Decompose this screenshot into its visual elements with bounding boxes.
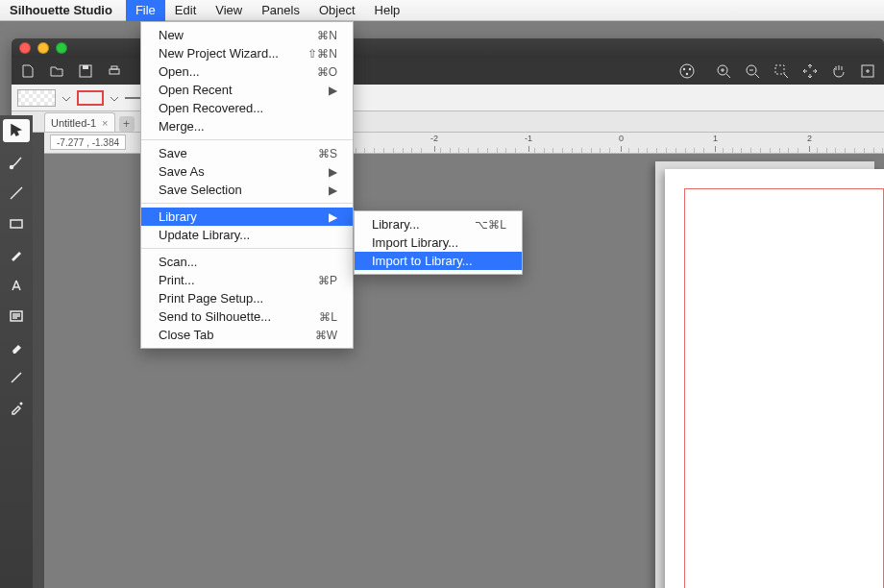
menu-edit[interactable]: Edit — [165, 0, 206, 21]
submenu-item-import-library[interactable]: Import Library... — [355, 233, 522, 252]
svg-rect-13 — [11, 220, 22, 228]
menu-item-new-project-wizard[interactable]: New Project Wizard...⇧⌘N — [141, 44, 353, 62]
svg-point-5 — [683, 68, 685, 70]
notes-tool[interactable] — [5, 306, 28, 327]
tool-palette — [0, 115, 33, 588]
menu-separator — [141, 248, 353, 249]
palette-icon[interactable] — [678, 62, 696, 80]
svg-point-12 — [11, 166, 13, 169]
menu-view[interactable]: View — [206, 0, 252, 21]
close-icon[interactable] — [19, 42, 31, 54]
menu-item-open-recent[interactable]: Open Recent▶ — [141, 81, 353, 99]
menu-item-scan[interactable]: Scan... — [141, 253, 353, 271]
ruler-tick: 0 — [619, 133, 624, 154]
ruler-tick: -2 — [430, 133, 438, 154]
pan-icon[interactable] — [830, 62, 847, 80]
save-icon[interactable] — [77, 62, 94, 80]
text-tool[interactable] — [5, 275, 28, 296]
svg-rect-2 — [110, 69, 119, 74]
menu-item-save[interactable]: Save⌘S — [141, 144, 353, 162]
eyedropper-tool[interactable] — [5, 398, 28, 419]
menu-item-save-as[interactable]: Save As▶ — [141, 162, 353, 181]
knife-tool[interactable] — [5, 367, 28, 388]
document-tab[interactable]: Untitled-1 × — [44, 112, 115, 132]
menu-item-library[interactable]: Library▶ — [141, 208, 353, 226]
library-submenu: Library...⌥⌘LImport Library...Import to … — [354, 210, 523, 275]
app-name: Silhouette Studio — [10, 3, 112, 17]
fit-screen-icon[interactable] — [801, 62, 819, 80]
svg-point-4 — [680, 64, 694, 78]
menu-panels[interactable]: Panels — [252, 0, 309, 21]
svg-point-6 — [689, 68, 691, 70]
menu-item-send-to-silhouette[interactable]: Send to Silhouette...⌘L — [141, 307, 353, 326]
menu-separator — [141, 203, 353, 204]
ruler-tick: 1 — [713, 133, 718, 154]
submenu-item-library[interactable]: Library...⌥⌘L — [355, 215, 522, 233]
edit-points-tool[interactable] — [5, 152, 28, 173]
fill-swatch[interactable] — [17, 89, 56, 107]
minimize-icon[interactable] — [37, 42, 49, 54]
zoom-out-icon[interactable] — [744, 62, 761, 80]
menu-item-merge[interactable]: Merge... — [141, 117, 353, 135]
tab-label: Untitled-1 — [51, 117, 96, 129]
stroke-swatch[interactable] — [77, 90, 104, 106]
submenu-item-import-to-library[interactable]: Import to Library... — [355, 252, 522, 270]
line-tool[interactable] — [5, 183, 28, 204]
menu-item-print[interactable]: Print...⌘P — [141, 271, 353, 289]
open-folder-icon[interactable] — [48, 62, 65, 80]
maximize-icon[interactable] — [56, 42, 67, 54]
ruler-tick: 2 — [807, 133, 812, 154]
menu-item-close-tab[interactable]: Close Tab⌘W — [141, 326, 353, 344]
chevron-down-icon[interactable] — [110, 94, 119, 104]
svg-point-7 — [686, 73, 688, 75]
rectangle-tool[interactable] — [5, 213, 28, 234]
file-menu-dropdown: New⌘NNew Project Wizard...⇧⌘NOpen...⌘OOp… — [140, 21, 354, 349]
add-tab-button[interactable]: + — [119, 116, 135, 132]
menu-object[interactable]: Object — [309, 0, 365, 21]
svg-rect-10 — [775, 65, 784, 74]
chevron-down-icon[interactable] — [61, 94, 71, 104]
svg-point-15 — [20, 403, 23, 405]
print-icon[interactable] — [106, 62, 123, 80]
zoom-in-icon[interactable] — [715, 62, 732, 80]
close-tab-icon[interactable]: × — [102, 117, 108, 129]
svg-rect-3 — [111, 66, 117, 69]
eraser-tool[interactable] — [5, 336, 28, 357]
new-file-icon[interactable] — [19, 62, 37, 80]
menu-item-print-page-setup[interactable]: Print Page Setup... — [141, 289, 353, 307]
svg-rect-1 — [83, 65, 88, 69]
page[interactable] — [665, 169, 884, 588]
menu-item-new[interactable]: New⌘N — [141, 26, 353, 44]
menu-item-open[interactable]: Open...⌘O — [141, 62, 353, 81]
menubar: Silhouette Studio FileEditViewPanelsObje… — [0, 0, 884, 21]
zoom-select-icon[interactable] — [773, 62, 790, 80]
select-tool[interactable] — [3, 119, 30, 142]
freehand-tool[interactable] — [5, 244, 28, 265]
coordinate-readout: -7.277 , -1.384 — [50, 135, 126, 150]
center-icon[interactable] — [859, 62, 876, 80]
cut-border — [684, 188, 884, 588]
menu-item-open-recovered[interactable]: Open Recovered... — [141, 99, 353, 117]
ruler-tick: -1 — [525, 133, 532, 154]
menu-item-update-library[interactable]: Update Library... — [141, 226, 353, 244]
menu-item-save-selection[interactable]: Save Selection▶ — [141, 181, 353, 199]
menu-help[interactable]: Help — [365, 0, 410, 21]
menu-separator — [141, 139, 353, 140]
menu-file[interactable]: File — [126, 0, 165, 21]
